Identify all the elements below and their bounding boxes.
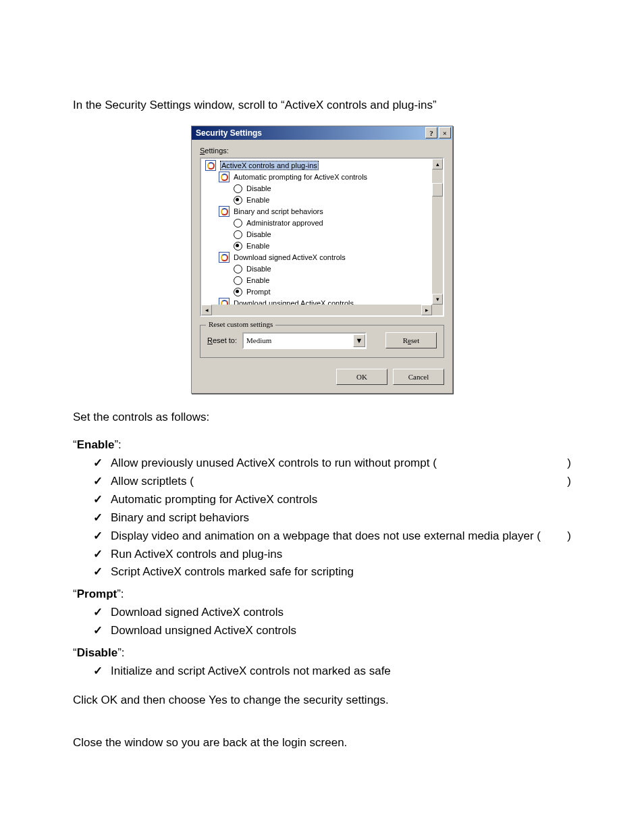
reset-button[interactable]: Reset: [385, 332, 437, 348]
chevron-left-icon: ◂: [205, 307, 209, 313]
list-item: Display video and animation on a webpage…: [73, 527, 571, 546]
activex-icon: [219, 252, 230, 263]
scroll-left-button[interactable]: ◂: [201, 305, 212, 315]
reset-to-value: Medium: [244, 336, 353, 344]
reset-to-label: Reset to:: [207, 336, 237, 344]
radio-option[interactable]: Enable: [204, 194, 432, 206]
tree-group-binary-script[interactable]: Binary and script behaviors: [204, 206, 432, 217]
reset-fieldset: Reset custom settings Reset to: Medium ▼…: [200, 325, 444, 358]
radio-icon: [234, 219, 242, 228]
tree-group-label: Automatic prompting for ActiveX controls: [234, 173, 367, 181]
radio-option[interactable]: Prompt: [204, 286, 432, 298]
list-item: Allow scriptlets ( ): [73, 473, 571, 491]
cancel-button[interactable]: Cancel: [393, 369, 444, 385]
list-item: Download signed ActiveX controls: [73, 604, 571, 622]
prompt-heading: “Prompt”:: [73, 587, 571, 602]
list-item: Download unsigned ActiveX controls: [73, 622, 571, 640]
radio-icon: [234, 242, 242, 251]
list-item: Script ActiveX controls marked safe for …: [73, 563, 571, 581]
list-item: Initialize and script ActiveX controls n…: [73, 662, 571, 681]
radio-icon: [234, 276, 242, 285]
enable-list: Allow previously unused ActiveX controls…: [73, 454, 571, 582]
ok-button[interactable]: OK: [336, 369, 387, 385]
reset-to-combo[interactable]: Medium ▼: [242, 332, 367, 349]
list-item-suffix: ): [567, 474, 571, 490]
radio-icon: [234, 230, 242, 239]
close-icon: ×: [443, 129, 447, 137]
radio-icon: [234, 265, 242, 273]
activex-icon: [219, 298, 230, 305]
disable-heading: “Disable”:: [73, 646, 571, 661]
disable-list: Initialize and script ActiveX controls n…: [73, 662, 571, 681]
activex-icon: [219, 172, 230, 182]
scroll-thumb[interactable]: [432, 183, 443, 197]
vertical-scrollbar[interactable]: ▴ ▾: [432, 159, 443, 305]
tree-group-label: Download unsigned ActiveX controls: [234, 299, 354, 305]
click-ok-text: Click OK and then choose Yes to change t…: [73, 693, 571, 708]
prompt-list: Download signed ActiveX controlsDownload…: [73, 604, 571, 640]
radio-option[interactable]: Disable: [204, 229, 432, 240]
list-item-text: Allow previously unused ActiveX controls…: [111, 456, 437, 471]
close-window-text: Close the window so you are back at the …: [73, 735, 571, 751]
security-settings-dialog: Security Settings ? × SSettings:ettings:…: [191, 126, 453, 394]
document-page: In the Security Settings window, scroll …: [0, 0, 644, 834]
list-item: Run ActiveX controls and plug-ins: [73, 546, 571, 564]
list-item-suffix: ): [567, 529, 571, 544]
list-item: Allow previously unused ActiveX controls…: [73, 454, 571, 473]
set-controls-text: Set the controls as follows:: [73, 410, 571, 425]
dialog-screenshot: Security Settings ? × SSettings:ettings:…: [191, 126, 453, 394]
dialog-body: SSettings:ettings: ActiveX controls and …: [192, 140, 452, 393]
radio-option[interactable]: Enable: [204, 275, 432, 286]
tree-root-label: ActiveX controls and plug-ins: [220, 161, 319, 170]
list-item: Binary and script behaviors: [73, 509, 571, 527]
list-item-text: Display video and animation on a webpage…: [111, 529, 541, 544]
chevron-up-icon: ▴: [436, 161, 439, 167]
help-button[interactable]: ?: [425, 127, 437, 138]
activex-icon: [205, 160, 216, 171]
radio-icon: [234, 288, 242, 296]
list-item-text: Binary and script behaviors: [111, 511, 249, 526]
tree-root-activex[interactable]: ActiveX controls and plug-ins: [204, 160, 432, 172]
list-item-text: Script ActiveX controls marked safe for …: [111, 565, 354, 580]
list-item-text: Download signed ActiveX controls: [111, 605, 284, 621]
scroll-up-button[interactable]: ▴: [432, 159, 443, 170]
list-item-text: Download unsigned ActiveX controls: [111, 623, 296, 639]
radio-icon: [234, 184, 242, 193]
list-item-text: Run ActiveX controls and plug-ins: [111, 547, 282, 563]
settings-listbox[interactable]: ActiveX controls and plug-ins Automatic …: [200, 157, 444, 317]
reset-legend: Reset custom settings: [206, 320, 275, 328]
horizontal-scrollbar[interactable]: ◂ ▸: [201, 305, 443, 315]
tree-group-label: Binary and script behaviors: [234, 207, 323, 215]
intro-text: In the Security Settings window, scroll …: [73, 98, 571, 113]
scroll-down-button[interactable]: ▾: [432, 294, 443, 305]
list-item-suffix: ): [567, 456, 571, 471]
scroll-corner: [432, 305, 443, 315]
settings-label: SSettings:ettings:: [200, 147, 444, 155]
radio-option[interactable]: Enable: [204, 240, 432, 252]
radio-option[interactable]: Disable: [204, 183, 432, 194]
radio-option[interactable]: Administrator approved: [204, 217, 432, 229]
titlebar: Security Settings ? ×: [192, 126, 452, 140]
close-button[interactable]: ×: [439, 127, 451, 138]
tree-group-download-signed[interactable]: Download signed ActiveX controls: [204, 252, 432, 263]
tree-group-auto-prompt[interactable]: Automatic prompting for ActiveX controls: [204, 172, 432, 183]
radio-option[interactable]: Disable: [204, 263, 432, 275]
list-item: Automatic prompting for ActiveX controls: [73, 491, 571, 509]
chevron-down-icon: ▼: [353, 336, 366, 344]
help-icon: ?: [429, 129, 433, 137]
scroll-right-button[interactable]: ▸: [421, 305, 432, 315]
chevron-right-icon: ▸: [425, 307, 429, 313]
dropdown-button[interactable]: ▼: [353, 334, 365, 347]
settings-tree: ActiveX controls and plug-ins Automatic …: [201, 159, 432, 305]
tree-group-download-unsigned[interactable]: Download unsigned ActiveX controls: [204, 298, 432, 305]
dialog-title: Security Settings: [196, 128, 262, 138]
list-item-text: Initialize and script ActiveX controls n…: [111, 664, 391, 679]
radio-icon: [234, 196, 242, 205]
tree-group-label: Download signed ActiveX controls: [234, 253, 346, 261]
chevron-down-icon: ▾: [436, 296, 439, 303]
activex-icon: [219, 206, 230, 217]
enable-heading: “Enable”:: [73, 438, 571, 453]
list-item-text: Automatic prompting for ActiveX controls: [111, 492, 317, 508]
list-item-text: Allow scriptlets (: [111, 474, 194, 490]
dialog-button-row: OK Cancel: [200, 369, 444, 385]
